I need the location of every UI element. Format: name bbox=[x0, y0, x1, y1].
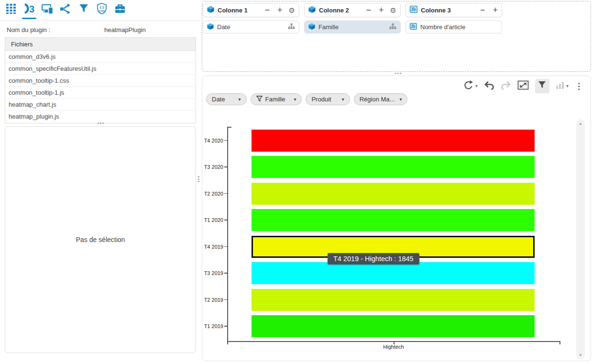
selection-panel: Pas de sélection bbox=[5, 126, 196, 353]
heatmap-cell[interactable] bbox=[252, 130, 535, 152]
scroll-up-icon[interactable]: ▲ bbox=[576, 121, 585, 126]
y-axis-tick bbox=[224, 166, 227, 167]
y-axis-tick bbox=[224, 220, 227, 221]
chart-panel: ▾ ▾ ⋮ bbox=[202, 76, 591, 361]
column-3-field[interactable]: Nombre d'article bbox=[406, 21, 502, 33]
heatmap-cell[interactable] bbox=[252, 156, 535, 178]
heatmap-cell[interactable] bbox=[252, 289, 535, 311]
column-2-field[interactable]: Famille bbox=[304, 21, 401, 33]
column-card-1: Colonne 1 − + ⚙ Date bbox=[203, 3, 299, 33]
y-axis-label: T4 2020 bbox=[203, 138, 223, 143]
css-shield-icon: { } CSS bbox=[97, 3, 107, 16]
fit-to-screen-button[interactable] bbox=[517, 80, 529, 92]
add-column-button[interactable]: + bbox=[493, 6, 498, 14]
horizontal-resize-handle[interactable] bbox=[98, 122, 104, 124]
column-3-header[interactable]: Colonne 3 − + bbox=[406, 3, 502, 17]
heatmap-cell[interactable] bbox=[252, 183, 535, 205]
funnel-icon bbox=[79, 4, 88, 16]
column-2-header[interactable]: Colonne 2 − + ⚙ bbox=[304, 3, 401, 17]
y-axis-label: T2 2020 bbox=[203, 191, 223, 197]
vertical-resize-handle[interactable] bbox=[198, 176, 199, 182]
tab-d3-plugin[interactable]: 3 bbox=[23, 3, 35, 16]
horizontal-resize-handle[interactable] bbox=[395, 73, 401, 74]
column-settings-gear-icon[interactable]: ⚙ bbox=[289, 7, 295, 14]
tab-share[interactable] bbox=[59, 3, 72, 16]
svg-text:{ }: { } bbox=[100, 5, 104, 9]
file-row[interactable]: common_d3v6.js bbox=[5, 51, 196, 63]
column-card-3: Colonne 3 − + Nombre d'article bbox=[406, 3, 502, 33]
remove-column-button[interactable]: − bbox=[366, 6, 372, 14]
remove-column-button[interactable]: − bbox=[265, 6, 270, 14]
filter-label: Produit bbox=[311, 96, 331, 103]
filter-label: Famille bbox=[265, 96, 285, 103]
tab-devices[interactable] bbox=[41, 3, 54, 16]
bar-chart-icon bbox=[556, 81, 564, 91]
tab-filter[interactable] bbox=[77, 3, 90, 16]
files-list: common_d3v6.jscommon_specificFeaturesUti… bbox=[5, 51, 196, 122]
hierarchy-icon[interactable] bbox=[389, 23, 396, 31]
dimension-cube-icon bbox=[308, 6, 316, 15]
field-name: Date bbox=[217, 23, 230, 31]
y-axis-tick bbox=[224, 326, 227, 327]
field-name: Nombre d'article bbox=[420, 23, 465, 31]
file-row[interactable]: heatmap_plugin.js bbox=[5, 110, 196, 122]
plugin-name-label: Nom du plugin : bbox=[7, 26, 50, 33]
scroll-down-icon[interactable]: ▼ bbox=[576, 353, 585, 357]
filter-pill-date[interactable]: Date ▾ bbox=[206, 93, 247, 105]
x-axis-tick bbox=[559, 342, 560, 344]
chart-tooltip: T4 2019 - Hightech : 1845 bbox=[328, 253, 419, 265]
more-menu-button[interactable]: ⋮ bbox=[575, 82, 583, 90]
file-row[interactable]: common_tooltip-1.css bbox=[5, 75, 196, 87]
chart-scrollbar[interactable]: ▲ ▼ bbox=[576, 119, 585, 360]
plugin-name-value[interactable]: heatmapPlugin bbox=[104, 26, 146, 33]
tab-toolbox[interactable] bbox=[114, 3, 126, 16]
column-1-header[interactable]: Colonne 1 − + ⚙ bbox=[203, 3, 299, 17]
y-axis-top-cap bbox=[227, 127, 231, 128]
undo-button[interactable] bbox=[484, 80, 494, 92]
filter-label: Date bbox=[212, 96, 225, 103]
tab-data-grid[interactable] bbox=[5, 3, 17, 16]
heatmap-cell[interactable] bbox=[252, 315, 535, 337]
fit-to-screen-icon bbox=[517, 80, 529, 92]
y-axis-line bbox=[227, 127, 228, 342]
hierarchy-icon[interactable] bbox=[288, 23, 295, 31]
file-row[interactable]: common_specificFeaturesUtil.js bbox=[5, 63, 196, 75]
y-axis-tick bbox=[224, 273, 227, 274]
active-tab-underline bbox=[22, 18, 36, 19]
filter-toggle-button[interactable] bbox=[535, 79, 549, 93]
share-arrows-icon bbox=[60, 3, 72, 16]
chart-toolbar: ▾ ▾ ⋮ bbox=[463, 78, 583, 94]
y-axis-label: T1 2019 bbox=[203, 323, 223, 329]
add-column-button[interactable]: + bbox=[277, 6, 283, 14]
y-axis-label: T3 2019 bbox=[203, 270, 223, 276]
heatmap-cell[interactable] bbox=[252, 262, 535, 284]
chevron-down-icon: ▾ bbox=[342, 97, 344, 102]
chart-type-button[interactable]: ▾ bbox=[556, 81, 569, 91]
funnel-outline-icon bbox=[256, 96, 263, 103]
funnel-icon bbox=[538, 81, 546, 91]
filter-pill-famille[interactable]: Famille ▾ bbox=[251, 93, 302, 105]
refresh-button[interactable]: ▾ bbox=[463, 80, 478, 92]
file-row[interactable]: common_tooltip-1.js bbox=[5, 87, 196, 99]
chevron-down-icon: ▾ bbox=[294, 97, 296, 102]
add-column-button[interactable]: + bbox=[379, 6, 384, 14]
column-1-field[interactable]: Date bbox=[203, 21, 299, 33]
y-axis-tick bbox=[224, 193, 227, 194]
column-title: Colonne 3 bbox=[421, 7, 451, 14]
heatmap-cell[interactable] bbox=[252, 209, 535, 231]
devices-icon bbox=[41, 3, 54, 16]
toolbar-divider bbox=[0, 21, 201, 21]
remove-column-button[interactable]: − bbox=[480, 6, 485, 14]
tab-css[interactable]: { } CSS bbox=[96, 3, 108, 16]
filter-pill-row: Date ▾ Famille ▾ Produit ▾ Région Ma... … bbox=[206, 93, 407, 105]
x-axis-label: Hightech bbox=[383, 344, 404, 350]
filter-pill-region[interactable]: Région Ma... ▾ bbox=[354, 93, 408, 105]
y-axis-label: T1 2020 bbox=[203, 217, 223, 223]
redo-button[interactable] bbox=[501, 80, 511, 92]
y-axis-label: T3 2020 bbox=[203, 164, 223, 170]
filter-pill-produit[interactable]: Produit ▾ bbox=[306, 93, 350, 105]
file-row[interactable]: heatmap_chart.js bbox=[5, 99, 196, 110]
files-panel: Fichiers common_d3v6.jscommon_specificFe… bbox=[5, 37, 196, 123]
column-settings-gear-icon[interactable]: ⚙ bbox=[390, 7, 396, 14]
measure-abacus-icon bbox=[410, 6, 417, 15]
